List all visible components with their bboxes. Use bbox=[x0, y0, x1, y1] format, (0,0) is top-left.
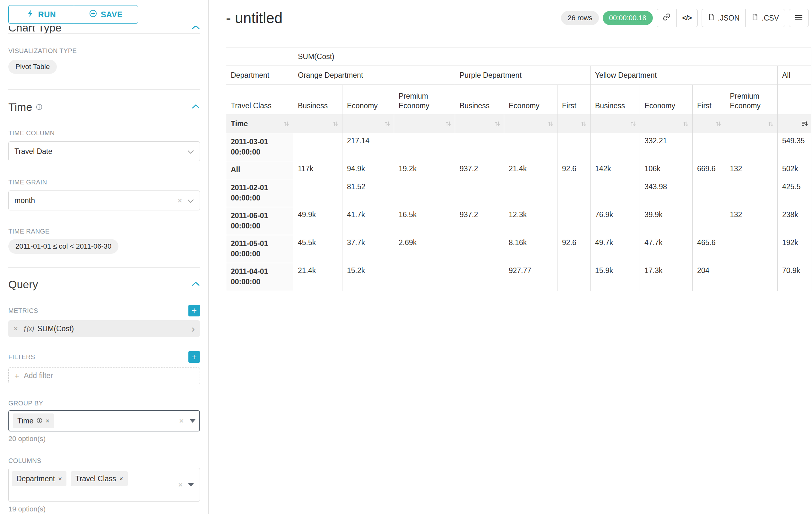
time-column-value: Travel Date bbox=[14, 147, 187, 156]
sort-toggle-icon[interactable] bbox=[715, 120, 722, 127]
column-sort-cell[interactable] bbox=[343, 114, 394, 133]
clear-icon[interactable]: × bbox=[178, 481, 183, 489]
column-sort-cell[interactable] bbox=[394, 114, 455, 133]
value-cell: 49.9k bbox=[293, 207, 343, 235]
chart-header: - untitled 26 rows 00:00:00.18 </> bbox=[209, 0, 812, 27]
add-filter-button[interactable]: + Add filter bbox=[8, 367, 200, 384]
travel-class-cell[interactable]: First bbox=[693, 85, 725, 114]
remove-icon[interactable]: × bbox=[58, 476, 62, 482]
menu-button[interactable] bbox=[789, 9, 809, 27]
remove-icon[interactable]: × bbox=[46, 417, 50, 424]
columns-select[interactable]: Department × Travel Class × × bbox=[8, 468, 200, 502]
travel-class-cell[interactable]: Economy bbox=[504, 85, 557, 114]
value-cell: 76.9k bbox=[590, 207, 640, 235]
time-column-select[interactable]: Travel Date bbox=[8, 141, 200, 161]
column-sort-cell[interactable] bbox=[557, 114, 590, 133]
export-json-button[interactable]: .JSON bbox=[702, 9, 746, 27]
group-by-select[interactable]: Time × × bbox=[8, 410, 200, 431]
row-label-cell[interactable]: All bbox=[226, 161, 293, 179]
column-sort-cell[interactable] bbox=[455, 114, 504, 133]
time-grain-value: month bbox=[14, 196, 177, 205]
add-filter-label: Add filter bbox=[24, 371, 53, 380]
sort-toggle-icon[interactable] bbox=[332, 120, 339, 127]
file-icon bbox=[751, 13, 758, 23]
travel-class-cell[interactable]: Premium Economy bbox=[725, 85, 778, 114]
travel-class-cell[interactable]: Business bbox=[590, 85, 640, 114]
group-by-tag-label: Time bbox=[17, 417, 33, 425]
collapse-chevron-up-icon[interactable] bbox=[192, 281, 200, 288]
remove-icon[interactable]: × bbox=[13, 325, 18, 332]
row-label-cell[interactable]: 2011-02-01 00:00:00 bbox=[226, 179, 293, 207]
columns-tag[interactable]: Travel Class × bbox=[71, 471, 128, 486]
sort-toggle-icon[interactable] bbox=[547, 120, 554, 127]
travel-class-cell[interactable]: Economy bbox=[640, 85, 693, 114]
travel-class-cell[interactable]: Business bbox=[293, 85, 343, 114]
metric-chip[interactable]: × ƒ(x) SUM(Cost) › bbox=[8, 320, 200, 337]
sort-desc-active-icon[interactable] bbox=[801, 120, 808, 127]
pivot-data-row: 2011-04-01 00:00:0021.4k15.2k927.7715.9k… bbox=[226, 263, 811, 291]
column-sort-cell[interactable] bbox=[293, 114, 343, 133]
row-label-cell[interactable]: 2011-03-01 00:00:00 bbox=[226, 133, 293, 161]
time-column-label: TIME COLUMN bbox=[8, 130, 200, 137]
time-section-header[interactable]: Time bbox=[8, 101, 200, 113]
clear-icon[interactable]: × bbox=[177, 196, 182, 205]
divider bbox=[8, 89, 200, 90]
chevron-right-icon[interactable]: › bbox=[191, 324, 195, 334]
department-group-cell[interactable]: Purple Department bbox=[455, 66, 590, 85]
travel-class-cell[interactable]: Business bbox=[455, 85, 504, 114]
bolt-icon bbox=[27, 10, 34, 19]
time-range-label: TIME RANGE bbox=[8, 228, 200, 235]
add-metric-button[interactable]: + bbox=[188, 305, 200, 317]
chart-title[interactable]: - untitled bbox=[226, 10, 283, 26]
sort-toggle-icon[interactable] bbox=[283, 120, 290, 127]
row-count-badge: 26 rows bbox=[561, 11, 599, 25]
collapse-chevron-up-icon[interactable] bbox=[192, 104, 200, 110]
run-button[interactable]: RUN bbox=[8, 5, 74, 24]
viz-type-pill[interactable]: Pivot Table bbox=[8, 60, 57, 74]
column-sort-cell[interactable] bbox=[725, 114, 778, 133]
column-sort-cell[interactable] bbox=[693, 114, 725, 133]
sort-toggle-icon[interactable] bbox=[580, 120, 587, 127]
row-label-cell[interactable]: 2011-05-01 00:00:00 bbox=[226, 235, 293, 263]
sort-toggle-icon[interactable] bbox=[767, 120, 774, 127]
department-group-cell[interactable]: Yellow Department bbox=[590, 66, 778, 85]
value-cell: 343.98 bbox=[640, 179, 693, 207]
remove-icon[interactable]: × bbox=[119, 476, 123, 482]
chevron-up-icon[interactable] bbox=[192, 26, 200, 31]
hamburger-icon bbox=[795, 14, 803, 23]
clear-icon[interactable]: × bbox=[179, 417, 184, 425]
columns-tag[interactable]: Department × bbox=[12, 471, 66, 486]
column-sort-cell[interactable] bbox=[504, 114, 557, 133]
sort-toggle-icon[interactable] bbox=[384, 120, 390, 127]
add-filter-plus-button[interactable]: + bbox=[188, 351, 200, 363]
row-label-cell[interactable]: 2011-06-01 00:00:00 bbox=[226, 207, 293, 235]
time-grain-select[interactable]: month × bbox=[8, 190, 200, 210]
travel-class-cell[interactable]: First bbox=[557, 85, 590, 114]
save-button[interactable]: SAVE bbox=[74, 5, 138, 24]
time-row-dimension-cell[interactable]: Time bbox=[226, 114, 293, 133]
sort-toggle-icon[interactable] bbox=[630, 120, 636, 127]
column-sort-cell-active[interactable] bbox=[778, 114, 811, 133]
copy-link-button[interactable] bbox=[657, 9, 676, 27]
travel-class-header-row: Travel ClassBusinessEconomyPremium Econo… bbox=[226, 85, 811, 114]
column-sort-cell[interactable] bbox=[640, 114, 693, 133]
all-column-header-cell[interactable]: All bbox=[778, 66, 811, 85]
row-label-cell[interactable]: 2011-04-01 00:00:00 bbox=[226, 263, 293, 291]
value-cell: 21.4k bbox=[293, 263, 343, 291]
view-query-button[interactable]: </> bbox=[676, 9, 698, 27]
value-cell: 142k bbox=[590, 161, 640, 179]
query-section-header[interactable]: Query bbox=[8, 278, 200, 291]
value-cell: 21.4k bbox=[504, 161, 557, 179]
sort-toggle-icon[interactable] bbox=[494, 120, 501, 127]
value-cell: 92.6 bbox=[557, 161, 590, 179]
sort-toggle-icon[interactable] bbox=[682, 120, 689, 127]
export-csv-button[interactable]: .CSV bbox=[745, 9, 785, 27]
column-sort-cell[interactable] bbox=[590, 114, 640, 133]
caret-down-icon bbox=[188, 483, 194, 487]
department-group-cell[interactable]: Orange Department bbox=[293, 66, 455, 85]
travel-class-cell[interactable]: Premium Economy bbox=[394, 85, 455, 114]
sort-toggle-icon[interactable] bbox=[445, 120, 452, 127]
group-by-tag[interactable]: Time × bbox=[13, 413, 54, 428]
travel-class-cell[interactable]: Economy bbox=[343, 85, 394, 114]
time-range-pill[interactable]: 2011-01-01 ≤ col < 2011-06-30 bbox=[8, 239, 118, 254]
